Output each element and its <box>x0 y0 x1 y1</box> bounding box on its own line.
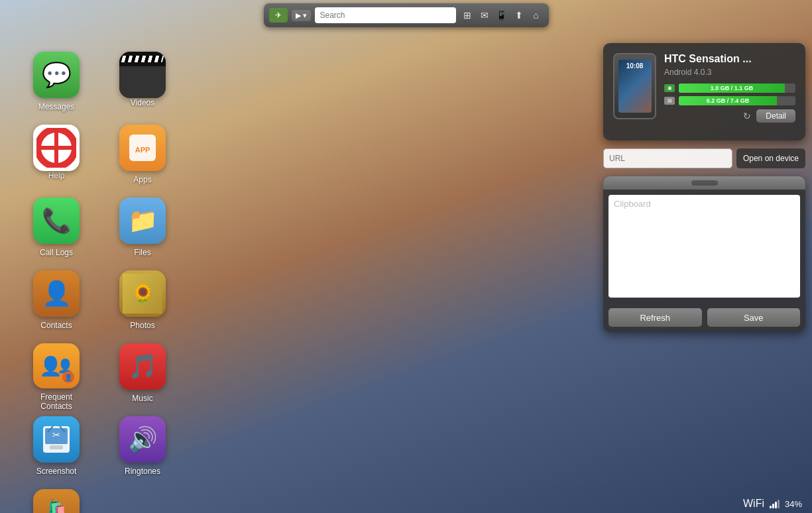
toolbar-action-icons: ⊞ ✉ 📱 ⬆ ⌂ <box>460 8 544 23</box>
app-item-contacts[interactable]: 👤 Contacts <box>13 265 99 338</box>
logo-icon: ✈ <box>275 11 282 20</box>
clipboard-section: Clipboard Refresh Save <box>603 176 805 332</box>
detail-button[interactable]: Detail <box>756 109 795 123</box>
photos-icon: 🌻 <box>119 270 166 317</box>
app-item-recommends[interactable]: 🛍️ ★★★ Recommends <box>13 484 99 513</box>
app-item-ringtones[interactable]: 🔊 Ringtones <box>99 411 186 484</box>
apps-label: Apps <box>133 175 151 184</box>
app-item-messages[interactable]: 💬 Messages <box>13 46 99 119</box>
device-icon[interactable]: 📱 <box>494 8 509 23</box>
freqcontacts-icon: 👤👤 👤 <box>33 343 80 388</box>
search-input[interactable] <box>315 7 456 23</box>
grid-icon[interactable]: ⊞ <box>460 8 475 23</box>
contacts-label: Contacts <box>40 321 72 330</box>
help-icon <box>33 125 80 171</box>
contacts-icon: 👤 <box>33 270 80 317</box>
videos-label: Videos <box>131 98 154 107</box>
upload-icon[interactable]: ⬆ <box>512 8 526 23</box>
videos-icon <box>119 52 166 98</box>
device-info: HTC Sensation ... Android 4.0.3 ▣ 1.0 GB… <box>664 53 795 123</box>
messages-label: Messages <box>38 102 75 111</box>
calllogs-icon: 📞 <box>33 198 80 244</box>
svg-rect-5 <box>54 128 58 168</box>
battery-label: 34% <box>785 499 802 509</box>
screenshot-label: Screenshot <box>36 467 77 476</box>
detail-row: ↻ Detail <box>664 109 795 123</box>
screenshot-icon: ✂ <box>33 416 80 463</box>
svg-text:APP: APP <box>135 146 150 154</box>
help-label: Help <box>48 171 65 180</box>
save-button[interactable]: Save <box>707 308 801 327</box>
right-panel: 10:08 HTC Sensation ... Android 4.0.3 ▣ … <box>603 43 805 332</box>
svg-text:✂: ✂ <box>52 429 60 440</box>
ringtones-icon: 🔊 <box>119 416 166 463</box>
device-header: 10:08 HTC Sensation ... Android 4.0.3 ▣ … <box>613 53 795 123</box>
recommends-icon: 🛍️ ★★★ <box>33 489 80 513</box>
app-grid: 💬 Messages Videos Help APP <box>13 46 186 513</box>
refresh-button[interactable]: Refresh <box>609 308 702 327</box>
clipboard-top <box>603 176 805 190</box>
storage-row: ▤ 6.2 GB / 7.4 GB <box>664 96 795 105</box>
app-item-apps[interactable]: APP Apps <box>99 119 186 192</box>
signal-bars <box>770 500 780 508</box>
device-time: 10:08 <box>626 62 644 70</box>
ram-icon: ▣ <box>664 84 675 92</box>
sd-icon: ▤ <box>664 97 675 105</box>
signal-bar-4 <box>778 500 780 508</box>
files-label: Files <box>134 248 150 257</box>
calllogs-label: Call Logs <box>40 248 73 257</box>
device-image: 10:08 <box>613 53 656 119</box>
app-item-music[interactable]: 🎵 Music <box>99 338 186 411</box>
ram-fill: 1.0 GB / 1.1 GB <box>679 84 785 93</box>
play-icon: ▶ <box>296 11 301 20</box>
ram-row: ▣ 1.0 GB / 1.1 GB <box>664 84 795 93</box>
device-os: Android 4.0.3 <box>664 68 795 77</box>
open-on-device-button[interactable]: Open on device <box>736 148 805 168</box>
messages-icon: 💬 <box>33 52 80 98</box>
music-label: Music <box>132 394 152 403</box>
signal-bar-2 <box>772 504 774 508</box>
app-item-photos[interactable]: 🌻 Photos <box>99 265 186 338</box>
app-item-videos[interactable]: Videos <box>99 46 186 119</box>
freqcontacts-label: FrequentContacts <box>40 392 72 411</box>
storage-label: 6.2 GB / 7.4 GB <box>707 97 750 104</box>
apps-icon: APP <box>119 125 166 171</box>
wifi-icon: WiFi <box>743 498 764 510</box>
music-icon: 🎵 <box>119 343 166 390</box>
device-name: HTC Sensation ... <box>664 53 795 65</box>
signal-bar-3 <box>775 502 777 508</box>
ram-label: 1.0 GB / 1.1 GB <box>711 85 754 91</box>
url-section: Open on device <box>603 148 805 168</box>
app-item-calllogs[interactable]: 📞 Call Logs <box>13 192 99 265</box>
home-icon[interactable]: ⌂ <box>529 8 544 23</box>
clipboard-actions: Refresh Save <box>603 303 805 332</box>
clipboard-label: Clipboard <box>614 199 651 209</box>
signal-bar-1 <box>770 506 772 508</box>
svg-rect-12 <box>50 445 63 449</box>
clipboard-handle <box>691 180 718 186</box>
files-icon: 📁 <box>119 198 166 244</box>
storage-bar: 6.2 GB / 7.4 GB <box>679 96 795 105</box>
ringtones-label: Ringtones <box>125 467 160 476</box>
device-card: 10:08 HTC Sensation ... Android 4.0.3 ▣ … <box>603 43 805 141</box>
play-store-button[interactable]: ▶ ▾ <box>292 10 311 21</box>
status-bar: WiFi 34% <box>743 498 802 510</box>
toolbar: ✈ ▶ ▾ ⊞ ✉ 📱 ⬆ ⌂ <box>264 3 549 27</box>
mail-icon[interactable]: ✉ <box>477 8 492 23</box>
app-item-screenshot[interactable]: ✂ Screenshot <box>13 411 99 484</box>
photos-label: Photos <box>130 321 154 330</box>
app-logo[interactable]: ✈ <box>269 8 288 23</box>
app-item-freqcontacts[interactable]: 👤👤 👤 FrequentContacts <box>13 338 99 411</box>
storage-fill: 6.2 GB / 7.4 GB <box>679 96 777 105</box>
ram-bar: 1.0 GB / 1.1 GB <box>679 84 795 93</box>
dropdown-arrow: ▾ <box>303 11 307 20</box>
app-item-files[interactable]: 📁 Files <box>99 192 186 265</box>
url-input[interactable] <box>603 148 732 168</box>
refresh-small-icon[interactable]: ↻ <box>743 111 751 121</box>
clipboard-area[interactable]: Clipboard <box>609 195 800 298</box>
app-item-help[interactable]: Help <box>13 119 99 192</box>
